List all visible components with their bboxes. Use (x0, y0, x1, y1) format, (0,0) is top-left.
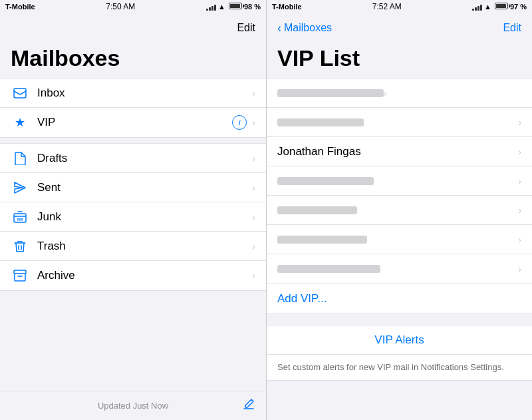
vip-alerts-title: VIP Alerts (374, 333, 424, 347)
archive-label: Archive (37, 269, 252, 282)
nav-bar-left: Edit (0, 13, 266, 43)
signal-icon-right (472, 3, 482, 11)
vip-item-2[interactable]: › (267, 108, 532, 137)
vip-list-section: › › Jonathan Fingas › › › › (267, 78, 532, 284)
vip-alerts-header[interactable]: VIP Alerts (267, 325, 532, 355)
inbox-accessories: › (252, 88, 255, 99)
status-bar-left: T-Mobile 7:50 AM ▲ 98% (0, 0, 266, 13)
vip-alerts-section: VIP Alerts Set custom alerts for new VIP… (267, 325, 532, 381)
status-bar-right: T-Mobile 7:52 AM ▲ 97% (267, 0, 532, 13)
vip-alerts-description: Set custom alerts for new VIP mail in No… (267, 355, 532, 380)
vip-chevron-6: › (518, 234, 521, 245)
junk-row[interactable]: Junk › (0, 202, 266, 232)
vip-chevron-4: › (518, 176, 521, 186)
update-text: Updated Just Now (98, 401, 168, 411)
vip-row[interactable]: ★ VIP i › (0, 108, 266, 137)
vip-item-4[interactable]: › (267, 166, 532, 196)
svg-rect-0 (14, 89, 26, 98)
inbox-label: Inbox (37, 87, 252, 100)
add-vip-row[interactable]: Add VIP... (267, 284, 532, 314)
back-chevron-icon: ‹ (277, 21, 281, 35)
vip-chevron-3: › (518, 146, 521, 157)
archive-row[interactable]: Archive › (0, 261, 266, 290)
battery-left (227, 3, 242, 11)
vip-name-blurred-5 (277, 206, 357, 214)
vip-item-3[interactable]: Jonathan Fingas › (267, 137, 532, 166)
junk-chevron: › (252, 212, 255, 222)
page-title-right: VIP List (267, 43, 532, 78)
vip-chevron-2: › (518, 117, 521, 128)
junk-label: Junk (37, 210, 252, 224)
compose-button[interactable] (242, 397, 255, 414)
battery-pct-right: 97 (510, 3, 518, 11)
vip-name-blurred-6 (277, 236, 367, 244)
vip-label: VIP (37, 116, 232, 129)
trash-chevron: › (252, 241, 255, 252)
sent-chevron: › (252, 182, 255, 193)
carrier-right: T-Mobile (272, 3, 302, 11)
archive-icon (11, 270, 29, 282)
carrier-left: T-Mobile (5, 3, 35, 11)
time-left: 7:50 AM (106, 2, 135, 11)
vip-name-blurred-1 (277, 89, 384, 97)
nav-bar-right: ‹ Mailboxes Edit (267, 13, 532, 43)
sent-icon (11, 181, 29, 194)
trash-row[interactable]: Trash › (0, 232, 266, 261)
trash-label: Trash (37, 240, 252, 253)
status-right-right: ▲ 97% (472, 3, 527, 11)
back-button[interactable]: ‹ Mailboxes (277, 21, 332, 35)
bottom-bar-left: Updated Just Now (0, 391, 266, 420)
page-title-left: Mailboxes (0, 43, 266, 78)
vip-name-blurred-7 (277, 265, 380, 273)
mailboxes-top-section: Inbox › ★ VIP i › (0, 78, 266, 138)
vip-item-5[interactable]: › (267, 196, 532, 225)
vip-chevron-1: › (384, 88, 387, 99)
svg-rect-8 (14, 270, 26, 274)
vip-chevron-7: › (518, 264, 521, 274)
vip-list-panel: T-Mobile 7:52 AM ▲ 97% ‹ Mailboxes Edit (266, 0, 532, 420)
edit-button-right[interactable]: Edit (503, 22, 521, 34)
inbox-icon (11, 88, 29, 99)
battery-right (493, 3, 508, 11)
time-right: 7:52 AM (372, 2, 402, 11)
wifi-icon-left: ▲ (218, 3, 225, 11)
sent-row[interactable]: Sent › (0, 173, 266, 202)
back-label: Mailboxes (284, 22, 332, 34)
junk-icon (11, 211, 29, 223)
add-vip-label: Add VIP... (277, 292, 327, 306)
vip-accessories: i › (232, 115, 255, 130)
vip-icon: ★ (11, 115, 29, 130)
battery-pct-left: 98 (244, 3, 252, 11)
drafts-label: Drafts (37, 152, 252, 165)
vip-chevron: › (252, 117, 255, 128)
mailboxes-bottom-section: Drafts › Sent › (0, 143, 266, 291)
drafts-icon (11, 152, 29, 165)
vip-name-blurred-4 (277, 177, 374, 185)
inbox-row[interactable]: Inbox › (0, 79, 266, 108)
edit-button-left[interactable]: Edit (237, 22, 255, 34)
mailboxes-panel: T-Mobile 7:50 AM ▲ 98% Edit Mailboxes (0, 0, 266, 420)
wifi-icon-right: ▲ (484, 3, 491, 11)
sent-label: Sent (37, 181, 252, 194)
archive-chevron: › (252, 270, 255, 281)
vip-info-button[interactable]: i (232, 115, 247, 130)
drafts-row[interactable]: Drafts › (0, 144, 266, 173)
vip-name-blurred-2 (277, 118, 364, 126)
vip-item-1[interactable]: › (267, 79, 532, 108)
vip-name-3: Jonathan Fingas (277, 145, 518, 158)
vip-item-7[interactable]: › (267, 254, 532, 284)
status-right-left: ▲ 98% (206, 3, 261, 11)
signal-icon-left (206, 3, 216, 11)
inbox-chevron: › (252, 88, 255, 99)
vip-chevron-5: › (518, 205, 521, 216)
drafts-chevron: › (252, 153, 255, 164)
trash-icon (11, 240, 29, 253)
vip-item-6[interactable]: › (267, 225, 532, 254)
